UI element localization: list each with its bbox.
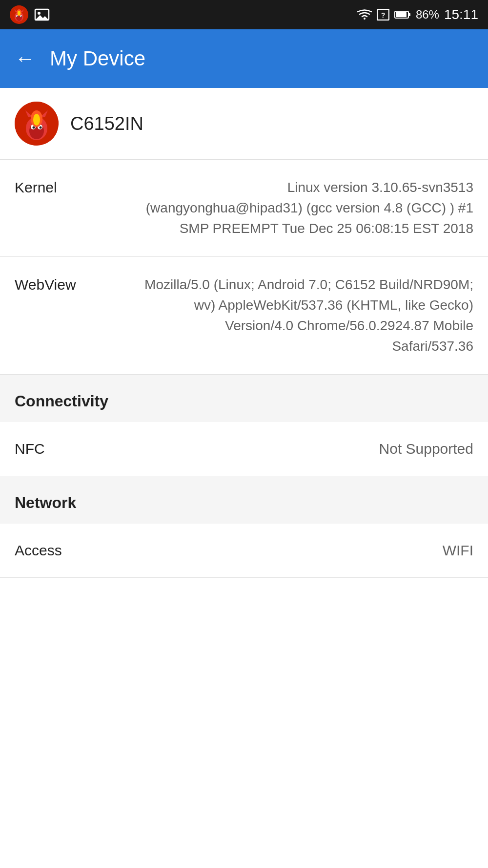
svg-marker-13 [35, 15, 49, 20]
svg-point-12 [38, 12, 41, 15]
battery-indicator [394, 10, 411, 20]
back-button[interactable]: ← [15, 48, 35, 69]
battery-percent: 86% [416, 8, 439, 21]
device-avatar-icon [15, 102, 59, 146]
status-bar-right-icons: ? 86% 15:11 [357, 7, 478, 22]
time-display: 15:11 [444, 7, 478, 22]
svg-point-5 [17, 16, 18, 17]
device-name: C6152IN [70, 113, 143, 134]
app-bar-title: My Device [50, 47, 145, 70]
svg-point-30 [33, 114, 40, 126]
svg-point-6 [21, 16, 22, 17]
webview-value: Mozilla/5.0 (Linux; Android 7.0; C6152 B… [142, 275, 473, 357]
svg-rect-18 [408, 13, 410, 16]
app-bar: ← My Device [0, 29, 488, 88]
battery-icon [394, 10, 411, 20]
svg-point-10 [18, 11, 20, 16]
svg-rect-19 [396, 12, 407, 17]
access-label: Access [15, 542, 62, 559]
connectivity-title: Connectivity [15, 392, 108, 410]
svg-point-25 [33, 127, 35, 129]
nfc-label: NFC [15, 441, 45, 457]
status-bar-left-icons [10, 5, 50, 24]
access-value: WIFI [443, 542, 473, 559]
svg-text:?: ? [381, 11, 386, 19]
device-header: C6152IN [0, 88, 488, 160]
sim-icon: ? [377, 9, 389, 21]
webview-label: WebView [15, 275, 102, 293]
nfc-value: Not Supported [379, 441, 473, 457]
kernel-row: Kernel Linux version 3.10.65-svn3513 (wa… [0, 160, 488, 257]
status-bar: ? 86% 15:11 [0, 0, 488, 29]
svg-point-26 [40, 127, 42, 129]
access-row: Access WIFI [0, 524, 488, 578]
network-title: Network [15, 494, 76, 511]
kernel-value: Linux version 3.10.65-svn3513 (wangyongh… [142, 177, 473, 239]
svg-point-14 [364, 18, 366, 20]
network-section-header: Network [0, 476, 488, 524]
wifi-icon [357, 9, 372, 21]
device-avatar [15, 102, 59, 146]
webview-row: WebView Mozilla/5.0 (Linux; Android 7.0;… [0, 257, 488, 375]
kernel-label: Kernel [15, 177, 102, 196]
gallery-icon [34, 7, 50, 22]
flame-devil-icon [10, 5, 28, 24]
connectivity-section-header: Connectivity [0, 375, 488, 422]
nfc-row: NFC Not Supported [0, 422, 488, 476]
